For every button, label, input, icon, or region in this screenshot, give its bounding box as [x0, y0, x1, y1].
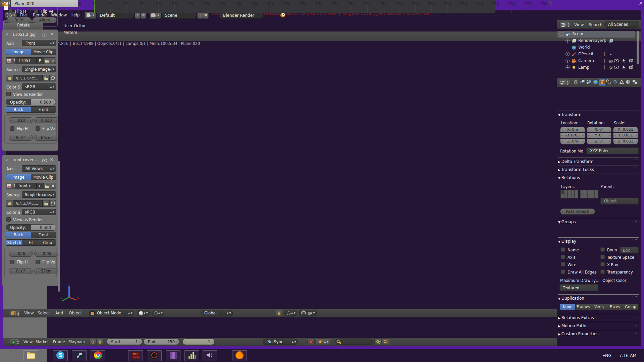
expand-icon[interactable]: +: [566, 39, 570, 43]
duplication-verts-tab[interactable]: Verts: [591, 304, 607, 310]
modifiers-tab[interactable]: [612, 79, 619, 86]
layer-cell[interactable]: [591, 194, 595, 198]
editor-type-outliner-button[interactable]: ▲▼: [559, 21, 571, 27]
display-checkbox[interactable]: [561, 269, 565, 274]
outliner-v-scrollbar[interactable]: [637, 31, 639, 64]
scale-field[interactable]: ◂Y: 0.051▸: [613, 133, 638, 138]
layer-cell[interactable]: [584, 194, 588, 198]
firefox-icon[interactable]: [235, 351, 245, 361]
preview-range-button[interactable]: ◔: [89, 339, 96, 345]
data-tab[interactable]: [619, 79, 625, 86]
expand-icon[interactable]: +: [566, 52, 570, 56]
transform-locks-panel-header[interactable]: ▶ Transform Locks::::: [558, 166, 639, 172]
render-tab[interactable]: [573, 79, 579, 86]
layout-delete-button[interactable]: ✕: [141, 12, 146, 19]
start-frame-field[interactable]: Start:1◂▸: [107, 339, 142, 345]
material-tab[interactable]: [625, 79, 632, 86]
screen-layout-button[interactable]: ▲ ▼: [85, 12, 96, 19]
skype-icon[interactable]: S: [56, 351, 66, 361]
duplication-tabs[interactable]: NoneFramesVertsFacesGroup: [559, 304, 639, 310]
editor-type-3dview-button[interactable]: ▲▼: [9, 310, 20, 316]
viewport-menu-add[interactable]: Add: [55, 311, 63, 315]
proportional-edit-dropdown[interactable]: ▲ ▼: [284, 310, 297, 316]
editor-type-properties-button[interactable]: ▲▼: [559, 79, 570, 85]
explorer-icon[interactable]: [26, 351, 36, 361]
layer-cell[interactable]: [591, 190, 595, 194]
outliner-row-scene[interactable]: −Scene: [557, 31, 635, 38]
rotation-field[interactable]: ◂Y: 0°▸: [587, 133, 611, 138]
layer-cell[interactable]: [571, 194, 575, 198]
display-checkbox[interactable]: [600, 255, 605, 259]
gputweak-icon[interactable]: GPUTWEAK: [131, 351, 141, 361]
viewport-shading-dropdown[interactable]: ▲ ▼: [137, 310, 150, 316]
layer-cell[interactable]: [594, 190, 598, 194]
scene-name-field[interactable]: Scene: [162, 12, 197, 19]
lock-time-button[interactable]: 🔒: [96, 339, 103, 345]
winrar-icon[interactable]: [168, 351, 178, 361]
transform-panel-header[interactable]: ▼ Transform::::: [558, 111, 639, 117]
layer-cell[interactable]: [571, 190, 575, 194]
record-button[interactable]: [307, 339, 315, 345]
delta-transform-panel-header[interactable]: ▶ Delta Transform::::: [558, 158, 639, 164]
duplication-none-tab[interactable]: None: [559, 304, 576, 310]
keying-set-field[interactable]: [335, 339, 373, 345]
layer-cell[interactable]: [560, 190, 564, 194]
render-layers-tab[interactable]: [580, 79, 586, 86]
custom-properties-panel-header[interactable]: ▶ Custom Properties::::: [558, 330, 639, 336]
layout-add-button[interactable]: +: [135, 12, 141, 19]
rotation-mode-dropdown[interactable]: XYZ Euler: [586, 147, 639, 154]
layer-cell[interactable]: [575, 194, 578, 198]
outliner-row-world[interactable]: World: [557, 44, 635, 51]
layer-cell[interactable]: [564, 194, 568, 198]
expand-icon[interactable]: +: [566, 59, 570, 63]
layer-cell[interactable]: [568, 190, 571, 194]
visibility-eye-icon[interactable]: [614, 65, 619, 69]
selectable-cursor-icon[interactable]: [622, 58, 626, 63]
display-checkbox[interactable]: [561, 262, 565, 266]
object-tab[interactable]: [599, 79, 605, 86]
timeline-menu-frame[interactable]: Frame: [53, 340, 65, 344]
outliner-row-camera[interactable]: +Camera|: [557, 58, 635, 64]
steam-icon[interactable]: [74, 351, 85, 361]
motion-paths-panel-header[interactable]: ▶ Motion Paths::::: [558, 322, 639, 328]
bounds-type-dropdown[interactable]: Box: [620, 247, 639, 253]
speaker-app-icon[interactable]: [205, 351, 215, 361]
texture-tab[interactable]: [632, 79, 638, 86]
scene-tab[interactable]: [586, 79, 592, 86]
renderable-camera-icon[interactable]: [629, 65, 634, 69]
pivot-center-dropdown[interactable]: ▲ ▼: [152, 310, 164, 316]
rotation-field[interactable]: ◂X: 0°▸: [587, 127, 611, 132]
tray-language[interactable]: ENG: [602, 353, 611, 358]
scene-delete-button[interactable]: ✕: [203, 12, 209, 19]
keying-set-dropdown[interactable]: ▲ ▼: [316, 339, 330, 345]
object-name-field[interactable]: Plane.020: [11, 0, 78, 7]
rotation-field[interactable]: ◂Z: 0°▸: [587, 139, 611, 144]
scene-add-button[interactable]: +: [197, 12, 203, 19]
display-checkbox[interactable]: [600, 262, 605, 266]
delete-keyframe-button[interactable]: [382, 339, 389, 345]
location-field[interactable]: ◂X: 0m▸: [560, 127, 585, 132]
display-checkbox[interactable]: [561, 255, 565, 259]
snap-dropdown[interactable]: ▲ ▼: [299, 310, 317, 316]
current-frame-field[interactable]: 1◂▸: [182, 339, 215, 345]
layer-cell[interactable]: [587, 194, 591, 198]
viewport-menu-view[interactable]: View: [24, 311, 34, 315]
outliner-menu-search[interactable]: Search: [589, 22, 602, 27]
layer-cell[interactable]: [564, 190, 568, 194]
meter-icon[interactable]: [187, 351, 197, 361]
expand-icon[interactable]: +: [566, 65, 570, 69]
world-tab[interactable]: [593, 79, 599, 86]
viewport-menu-select[interactable]: Select: [38, 311, 50, 315]
viewport-menu-object[interactable]: Object: [69, 311, 82, 315]
add-keyframe-button[interactable]: [374, 339, 382, 345]
outliner-row-lamp[interactable]: +Lamp|: [557, 64, 635, 71]
layer-cell[interactable]: [560, 194, 564, 198]
end-frame-field[interactable]: End:250◂▸: [144, 339, 179, 345]
display-checkbox[interactable]: [561, 247, 565, 252]
outliner-menu-view[interactable]: View: [574, 22, 584, 27]
editor-type-timeline-button[interactable]: ▲▼: [9, 339, 20, 345]
transform-orientation-dropdown[interactable]: Global▲ ▼: [201, 310, 233, 316]
collapse-icon[interactable]: −: [559, 32, 564, 36]
duplication-panel-header[interactable]: ▼ Duplication::::: [558, 294, 639, 301]
menubar-menu-help[interactable]: Help: [70, 13, 79, 17]
